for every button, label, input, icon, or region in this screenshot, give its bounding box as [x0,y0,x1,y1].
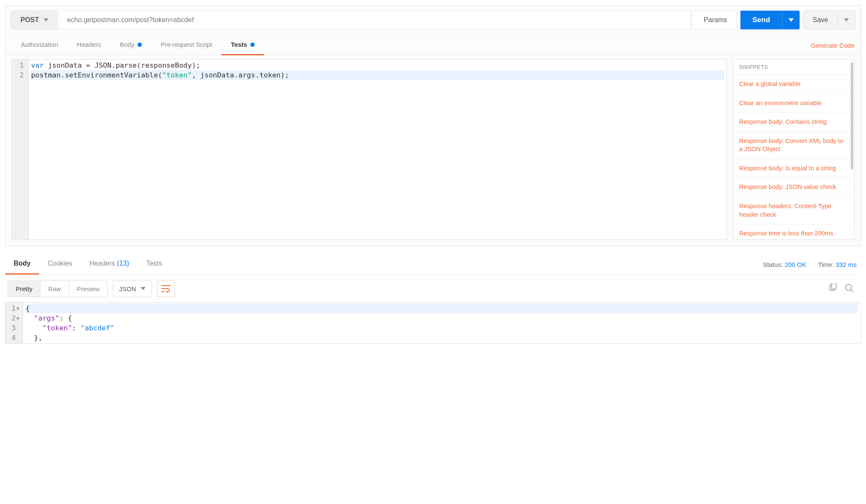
response-toolbar: Pretty Raw Preview JSON [5,275,861,302]
save-button-group: Save [803,11,855,29]
response-tabs: Body Cookies Headers (13) Tests Status: … [5,254,861,275]
dot-indicator-icon [250,43,255,47]
request-tabs: Authorization Headers Body Pre-request S… [6,35,860,56]
time: Time: 332 ms [818,261,857,268]
code-line: }, [26,333,858,343]
params-button[interactable]: Params [694,11,737,29]
format-select[interactable]: JSON [113,281,152,297]
snippet-item[interactable]: Response body: Convert XML body to a JSO… [733,132,854,159]
request-panel: POST echo.getpostman.com/post?token=abcd… [5,5,861,246]
editor-area: 1 2 var jsonData = JSON.parse(responseBo… [6,56,860,246]
request-toolbar: POST echo.getpostman.com/post?token=abcd… [6,6,860,35]
view-pretty[interactable]: Pretty [8,281,40,297]
response-meta: Status: 200 OK Time: 332 ms [763,261,857,268]
response-panel: Body Cookies Headers (13) Tests Status: … [5,254,861,344]
resp-tab-headers[interactable]: Headers (13) [81,254,138,275]
url-input[interactable]: echo.getpostman.com/post?token=abcdef [61,11,691,29]
chevron-down-icon [789,18,794,22]
code-line: "args": { [26,313,858,323]
search-icon[interactable] [845,284,854,294]
tab-body[interactable]: Body [110,35,151,55]
snippet-item[interactable]: Clear a global variable [733,75,854,94]
snippet-item[interactable]: Clear an environment variable [733,94,854,113]
status: Status: 200 OK [763,261,806,268]
tab-prerequest[interactable]: Pre-request Script [151,35,221,55]
wrap-lines-icon [161,285,171,292]
code-line: postman.setEnvironmentVariable("token", … [31,70,724,80]
code-line: "token": "abcdef" [26,323,858,333]
code-line: { [26,304,858,313]
fold-icon: ▾ [16,304,20,313]
tests-editor[interactable]: 1 2 var jsonData = JSON.parse(responseBo… [11,59,727,240]
response-toolbar-right [829,284,858,294]
dot-indicator-icon [138,43,142,47]
save-button[interactable]: Save [803,11,838,29]
snippet-item[interactable]: Response time is less than 200ms [733,224,854,240]
snippets-header: SNIPPETS [733,60,854,75]
send-button-group: Send [740,11,800,29]
fold-icon: ▾ [16,313,20,323]
resp-tab-body[interactable]: Body [5,254,39,275]
snippet-item[interactable]: Response headers: Content-Type header ch… [733,197,854,224]
scrollbar-thumb[interactable] [851,62,853,169]
chevron-down-icon [43,18,49,22]
svg-line-3 [851,289,853,292]
snippets-panel: SNIPPETS Clear a global variable Clear a… [733,59,855,240]
tab-authorization[interactable]: Authorization [11,35,68,55]
svg-rect-1 [832,284,836,289]
line-gutter: 1 2 [12,60,29,239]
tab-tests[interactable]: Tests [221,35,264,55]
snippet-item[interactable]: Response body: Contains string [733,113,854,132]
method-label: POST [20,16,39,24]
save-caret-button[interactable] [838,11,855,29]
resp-tab-tests[interactable]: Tests [138,254,170,275]
method-select[interactable]: POST [11,11,58,29]
snippet-item[interactable]: Response body: JSON value check [733,178,854,197]
send-caret-button[interactable] [782,11,800,29]
wrap-lines-button[interactable] [157,280,175,297]
view-preview[interactable]: Preview [69,281,107,297]
response-lines: { "args": { "token": "abcdef" }, [23,303,860,344]
code-line: var jsonData = JSON.parse(responseBody); [31,60,724,70]
copy-icon[interactable] [829,284,837,294]
chevron-down-icon [141,287,146,290]
resp-tab-cookies[interactable]: Cookies [39,254,81,275]
generate-code-link[interactable]: Generate Code [811,42,855,49]
line-gutter: 1▾ 2▾ 3 4 [6,303,23,344]
snippet-item[interactable]: Response body: Is equal to a string [733,159,854,178]
response-body-editor[interactable]: 1▾ 2▾ 3 4 { "args": { "token": "abcdef" … [5,302,861,344]
view-raw[interactable]: Raw [40,281,69,297]
chevron-down-icon [844,18,849,22]
code-lines: var jsonData = JSON.parse(responseBody);… [29,60,726,239]
url-text: echo.getpostman.com/post?token=abcdef [67,16,194,24]
send-button[interactable]: Send [740,11,782,29]
view-mode-group: Pretty Raw Preview [8,281,108,297]
tab-headers[interactable]: Headers [68,35,111,55]
